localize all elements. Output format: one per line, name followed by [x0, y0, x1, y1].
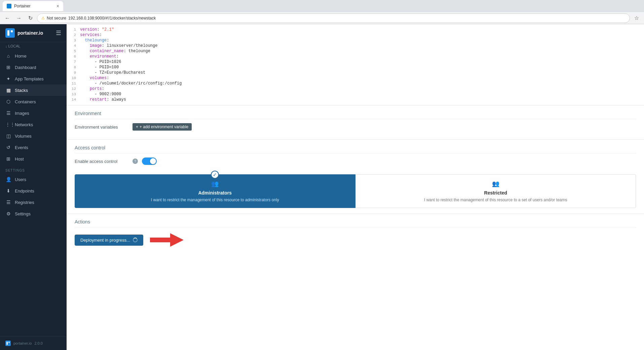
sidebar-item-host[interactable]: ⊞ Host — [0, 153, 67, 165]
endpoints-icon: ⬇ — [5, 188, 11, 194]
code-line-6: 6 environment: — [67, 54, 644, 59]
sidebar-item-volumes[interactable]: ◫ Volumes — [0, 130, 67, 142]
sidebar-env-label: ↓ LOCAL — [0, 42, 67, 50]
access-control-section: Access control Enable access control ? ✓… — [67, 140, 644, 214]
deploy-button[interactable]: Deployment in progress... — [75, 235, 143, 246]
sidebar-item-settings[interactable]: ⚙ Settings — [0, 208, 67, 219]
sidebar-item-containers-label: Containers — [15, 99, 36, 104]
env-variables-label: Environment variables — [75, 125, 128, 130]
svg-rect-5 — [8, 342, 9, 343]
add-environment-variable-button[interactable]: + + add environment variable — [132, 123, 192, 131]
images-icon: ☰ — [5, 110, 11, 116]
tab-title: Portainer — [14, 4, 31, 8]
restricted-card-title: Restricted — [484, 190, 507, 196]
enable-access-control-label: Enable access control — [75, 159, 128, 164]
home-icon: ⌂ — [5, 53, 11, 59]
reload-button[interactable]: ↻ — [26, 13, 35, 23]
sidebar-item-app-templates-label: App Templates — [15, 76, 44, 81]
sidebar-item-host-label: Host — [15, 156, 24, 162]
users-icon: 👤 — [5, 177, 11, 182]
sidebar-item-dashboard[interactable]: ⊞ Dashboard — [0, 62, 67, 73]
code-line-12: 12 ports: — [67, 86, 644, 92]
sidebar-item-endpoints-label: Endpoints — [15, 188, 34, 194]
bookmark-button[interactable]: ☆ — [632, 13, 641, 23]
access-control-title: Access control — [75, 145, 636, 153]
sidebar-header: portainer.io ☰ — [0, 24, 67, 42]
networks-icon: ⋮⋮ — [5, 122, 11, 127]
access-card-restricted[interactable]: 👥 Restricted I want to restrict the mana… — [355, 174, 636, 208]
code-line-5: 5 container_name: thelounge — [67, 48, 644, 54]
browser-tab[interactable]: Portainer × — [3, 1, 63, 11]
back-button[interactable]: ← — [3, 13, 12, 23]
spinner-icon — [133, 238, 138, 242]
code-line-13: 13 - 9002:9000 — [67, 92, 644, 97]
svg-rect-3 — [5, 341, 11, 346]
help-icon[interactable]: ? — [132, 159, 138, 164]
sidebar-item-endpoints[interactable]: ⬇ Endpoints — [0, 185, 67, 197]
card-check-administrators: ✓ — [211, 171, 219, 179]
add-env-label: + add environment variable — [140, 125, 188, 129]
sidebar-item-users[interactable]: 👤 Users — [0, 174, 67, 185]
address-bar[interactable]: ⚠ Not secure 192.168.0.108:9000/#!/1/doc… — [37, 13, 630, 23]
sidebar-item-stacks-label: Stacks — [15, 88, 28, 93]
sidebar-item-networks[interactable]: ⋮⋮ Networks — [0, 119, 67, 130]
browser-chrome: Portainer × ← → ↻ ⚠ Not secure 192.168.0… — [0, 0, 644, 24]
toggle-thumb — [150, 158, 156, 164]
events-icon: ↺ — [5, 145, 11, 150]
sidebar-item-volumes-label: Volumes — [15, 134, 32, 139]
access-control-toggle[interactable] — [142, 158, 157, 165]
address-text: 192.168.0.108:9000/#!/1/docker/stacks/ne… — [68, 16, 156, 21]
code-line-10: 10 volumes: — [67, 75, 644, 81]
volumes-icon: ◫ — [5, 133, 11, 139]
footer-version: 2.0.0 — [34, 341, 42, 345]
sidebar-item-home[interactable]: ⌂ Home — [0, 50, 67, 62]
sidebar-item-events-label: Events — [15, 145, 28, 150]
tab-close-button[interactable]: × — [56, 3, 59, 9]
forward-button[interactable]: → — [14, 13, 24, 23]
svg-rect-1 — [7, 30, 9, 36]
access-cards: ✓ 👥 Administrators I want to restrict th… — [75, 169, 636, 208]
add-env-icon: + — [136, 125, 138, 129]
host-icon: ⊞ — [5, 156, 11, 162]
sidebar-toggle-button[interactable]: ☰ — [56, 29, 61, 37]
code-line-4: 4 image: linuxserver/thelounge — [67, 43, 644, 48]
toggle-track — [142, 158, 157, 165]
security-label: Not secure — [47, 16, 66, 21]
sidebar-item-registries[interactable]: ☰ Registries — [0, 197, 67, 208]
restricted-card-desc: I want to restrict the management of thi… — [424, 198, 567, 202]
settings-section-label: SETTINGS — [0, 165, 67, 174]
access-card-administrators[interactable]: ✓ 👥 Administrators I want to restrict th… — [75, 174, 355, 208]
code-editor[interactable]: 1 version: "2.1" 2 services: 3 thelounge… — [67, 24, 644, 105]
actions-title: Actions — [75, 219, 636, 228]
code-line-2: 2 services: — [67, 32, 644, 38]
sidebar-item-dashboard-label: Dashboard — [15, 65, 36, 70]
sidebar-item-containers[interactable]: ⬡ Containers — [0, 96, 67, 107]
sidebar-item-images[interactable]: ☰ Images — [0, 107, 67, 119]
sidebar-item-home-label: Home — [15, 54, 27, 59]
environment-section: Environment Environment variables + + ad… — [67, 105, 644, 140]
app-layout: portainer.io ☰ ↓ LOCAL ⌂ Home ⊞ Dashboar… — [0, 24, 644, 350]
sidebar: portainer.io ☰ ↓ LOCAL ⌂ Home ⊞ Dashboar… — [0, 24, 67, 350]
red-arrow-icon — [150, 232, 184, 248]
sidebar-footer: portainer.io 2.0.0 — [0, 336, 67, 350]
svg-rect-4 — [6, 342, 7, 345]
administrators-card-icon: 👥 — [211, 180, 219, 187]
code-line-9: 9 - TZ=Europe/Bucharest — [67, 70, 644, 75]
logo-text: portainer.io — [17, 30, 43, 36]
sidebar-item-settings-label: Settings — [15, 211, 31, 216]
environment-section-title: Environment — [75, 111, 636, 119]
sidebar-item-networks-label: Networks — [15, 122, 33, 127]
sidebar-item-images-label: Images — [15, 111, 29, 116]
actions-row: Deployment in progress... — [75, 232, 636, 248]
restricted-card-icon: 👥 — [492, 180, 499, 187]
dashboard-icon: ⊞ — [5, 65, 11, 70]
code-line-1: 1 version: "2.1" — [67, 27, 644, 32]
code-line-7: 7 - PUID=1026 — [67, 59, 644, 65]
deploy-btn-label: Deployment in progress... — [80, 238, 130, 243]
sidebar-item-app-templates[interactable]: ✦ App Templates — [0, 73, 67, 84]
footer-logo-icon — [5, 341, 11, 346]
sidebar-item-events[interactable]: ↺ Events — [0, 142, 67, 153]
main-content: 1 version: "2.1" 2 services: 3 thelounge… — [67, 24, 644, 350]
code-line-11: 11 - /volume1/docker/irc/config:/config — [67, 81, 644, 86]
sidebar-item-stacks[interactable]: ▦ Stacks — [0, 84, 67, 96]
